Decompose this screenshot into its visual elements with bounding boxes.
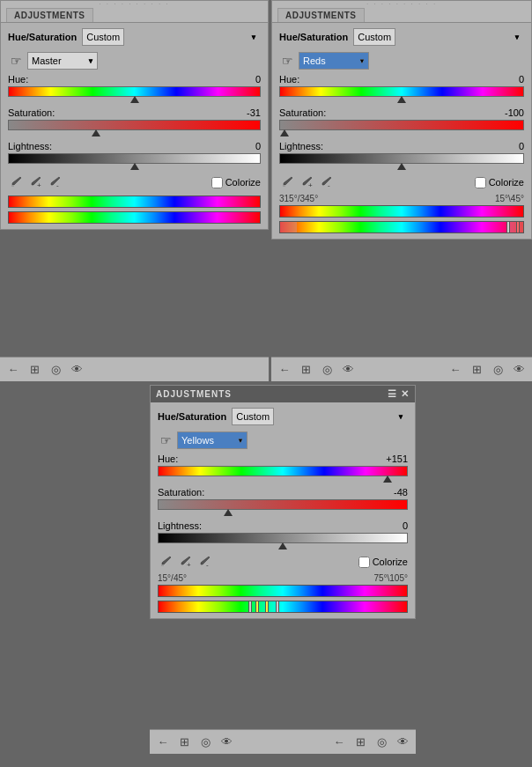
hue-label-row-1: Hue: 0 bbox=[8, 74, 261, 85]
channel-select-2[interactable]: Master Reds Yellows Greens Cyans Blues M… bbox=[299, 52, 369, 70]
grid-icon-2b[interactable]: ⊞ bbox=[469, 362, 484, 378]
spectrum-top-3 bbox=[158, 585, 408, 597]
channel-select-wrapper-2: Master Reds Yellows Greens Cyans Blues M… bbox=[299, 52, 369, 70]
light-label-row-2: Lightness: 0 bbox=[279, 141, 524, 151]
grid-icon-1[interactable]: ⊞ bbox=[26, 362, 42, 378]
hue-track-3[interactable] bbox=[158, 466, 408, 482]
preset-select-3[interactable]: Custom bbox=[232, 408, 274, 425]
hue-track-1[interactable] bbox=[8, 86, 261, 102]
light-thumb-2[interactable] bbox=[397, 163, 406, 170]
toolbar-2: ← ⊞ ◎ 👁 ← ⊞ ◎ 👁 bbox=[271, 357, 532, 381]
colorize-checkbox-2[interactable] bbox=[475, 177, 486, 188]
circle-icon-3[interactable]: ◎ bbox=[197, 734, 213, 750]
back-icon-2[interactable]: ← bbox=[277, 362, 292, 378]
panel3-menu-icon[interactable]: ☰ bbox=[388, 388, 397, 400]
preset-select-1[interactable]: Custom bbox=[82, 28, 124, 46]
grid-icon-2[interactable]: ⊞ bbox=[298, 362, 314, 378]
channel-select-1[interactable]: Master Reds Yellows Greens Cyans Blues M… bbox=[27, 52, 98, 70]
sat-track-2[interactable] bbox=[279, 120, 524, 136]
sat-label-row-1: Saturation: -31 bbox=[8, 107, 261, 118]
drag-dots-1: · · · · · · · · · · bbox=[99, 0, 169, 8]
light-label-2: Lightness: bbox=[279, 141, 323, 151]
back-icon-1[interactable]: ← bbox=[5, 362, 21, 378]
eye-icon-1[interactable]: 👁 bbox=[69, 362, 85, 378]
spectrum-handle-2-3[interactable] bbox=[255, 601, 259, 613]
eyedroppers-2: + - bbox=[279, 174, 468, 190]
eyedropper-sub-icon-3[interactable]: - bbox=[196, 554, 212, 570]
colorize-checkbox-1[interactable] bbox=[211, 177, 223, 188]
spectrum-handle-3-3[interactable] bbox=[265, 601, 269, 613]
eyedropper-add-icon-3[interactable]: + bbox=[177, 554, 193, 570]
circle-icon-2[interactable]: ◎ bbox=[319, 362, 335, 378]
sat-thumb-3[interactable] bbox=[224, 509, 233, 516]
light-thumb-1[interactable] bbox=[130, 163, 139, 170]
sat-thumb-2[interactable] bbox=[280, 129, 289, 136]
grid-icon-3b[interactable]: ⊞ bbox=[352, 734, 368, 750]
channel-row-3: ☞ Master Reds Yellows Greens Cyans Blues… bbox=[158, 431, 408, 450]
eyedropper-icon-1[interactable] bbox=[8, 174, 24, 190]
svg-text:+: + bbox=[308, 181, 313, 189]
svg-rect-9 bbox=[161, 564, 164, 566]
spectrum-handle-l-2[interactable] bbox=[506, 221, 510, 233]
channel-row-1: ☞ Master Reds Yellows Greens Cyans Blues… bbox=[8, 51, 261, 70]
eye-icon-3b[interactable]: 👁 bbox=[395, 734, 410, 750]
eyedropper-add-icon-2[interactable]: + bbox=[299, 174, 314, 190]
sat-label-2: Saturation: bbox=[279, 107, 326, 118]
preset-select-2[interactable]: Custom bbox=[353, 28, 395, 46]
svg-rect-5 bbox=[283, 185, 285, 187]
eye-icon-2b[interactable]: 👁 bbox=[511, 362, 527, 378]
preset-select-wrapper-2: Custom ▼ bbox=[353, 28, 524, 46]
light-value-1: 0 bbox=[230, 141, 261, 151]
channel-select-wrapper-1: Master Reds Yellows Greens Cyans Blues M… bbox=[27, 52, 98, 70]
hue-thumb-3[interactable] bbox=[383, 476, 392, 483]
back-icon-3b[interactable]: ← bbox=[331, 734, 347, 750]
eyedropper-sub-icon-1[interactable]: - bbox=[47, 174, 63, 190]
eyedropper-sub-icon-2[interactable]: - bbox=[318, 174, 334, 190]
spectrum-handle-r-2[interactable] bbox=[516, 221, 520, 233]
sat-track-1[interactable] bbox=[8, 120, 261, 136]
svg-text:-: - bbox=[328, 181, 330, 189]
spectrum-handle-1-3[interactable] bbox=[248, 601, 252, 613]
back-icon-3[interactable]: ← bbox=[155, 734, 171, 750]
spectrum-top-1 bbox=[8, 195, 261, 208]
light-track-3[interactable] bbox=[158, 533, 408, 549]
huesat-preset-row-2: Hue/Saturation Custom ▼ bbox=[279, 28, 524, 46]
hue-thumb-1[interactable] bbox=[130, 96, 139, 103]
hue-value-1: 0 bbox=[230, 74, 261, 85]
light-slider-row-1: Lightness: 0 bbox=[8, 141, 261, 169]
svg-text:+: + bbox=[37, 181, 41, 189]
sat-track-3[interactable] bbox=[158, 499, 408, 515]
panel3-close-icon[interactable]: ✕ bbox=[401, 388, 410, 400]
sat-thumb-1[interactable] bbox=[92, 129, 100, 136]
hue-label-2: Hue: bbox=[279, 74, 299, 85]
circle-icon-2b[interactable]: ◎ bbox=[490, 362, 506, 378]
grid-icon-3[interactable]: ⊞ bbox=[176, 734, 192, 750]
eyedropper-add-svg-3: + bbox=[178, 555, 192, 569]
light-value-3: 0 bbox=[377, 520, 408, 531]
channel-icon-2: ☞ bbox=[279, 51, 299, 70]
eye-icon-3[interactable]: 👁 bbox=[218, 734, 234, 750]
hue-thumb-2[interactable] bbox=[397, 96, 406, 103]
circle-icon-1[interactable]: ◎ bbox=[48, 362, 63, 378]
back-icon-2b[interactable]: ← bbox=[447, 362, 463, 378]
light-track-1[interactable] bbox=[8, 153, 261, 169]
preset-dropdown-icon-1: ▼ bbox=[250, 33, 257, 41]
channel-select-3[interactable]: Master Reds Yellows Greens Cyans Blues M… bbox=[177, 431, 248, 449]
eyedropper-icon-3[interactable] bbox=[158, 554, 174, 570]
sat-label-row-3: Saturation: -48 bbox=[158, 487, 408, 498]
range-row-3: 15°/45° 75°\105° bbox=[158, 573, 408, 583]
colorize-checkbox-3[interactable] bbox=[358, 557, 370, 568]
eye-icon-2[interactable]: 👁 bbox=[340, 362, 356, 378]
spectrum-handle-4-3[interactable] bbox=[276, 601, 279, 613]
light-thumb-3[interactable] bbox=[278, 542, 287, 549]
adjustments-tab-2[interactable]: ADJUSTMENTS bbox=[277, 8, 365, 22]
sat-gradient-1 bbox=[8, 120, 261, 130]
light-track-2[interactable] bbox=[279, 153, 524, 169]
light-label-3: Lightness: bbox=[158, 520, 202, 531]
eyedropper-add-icon-1[interactable]: + bbox=[27, 174, 43, 190]
eyedropper-icon-2[interactable] bbox=[279, 174, 295, 190]
circle-icon-3b[interactable]: ◎ bbox=[373, 734, 389, 750]
hue-track-2[interactable] bbox=[279, 86, 524, 102]
finger-icon-2: ☞ bbox=[280, 52, 298, 70]
adjustments-tab-1[interactable]: ADJUSTMENTS bbox=[6, 8, 93, 22]
